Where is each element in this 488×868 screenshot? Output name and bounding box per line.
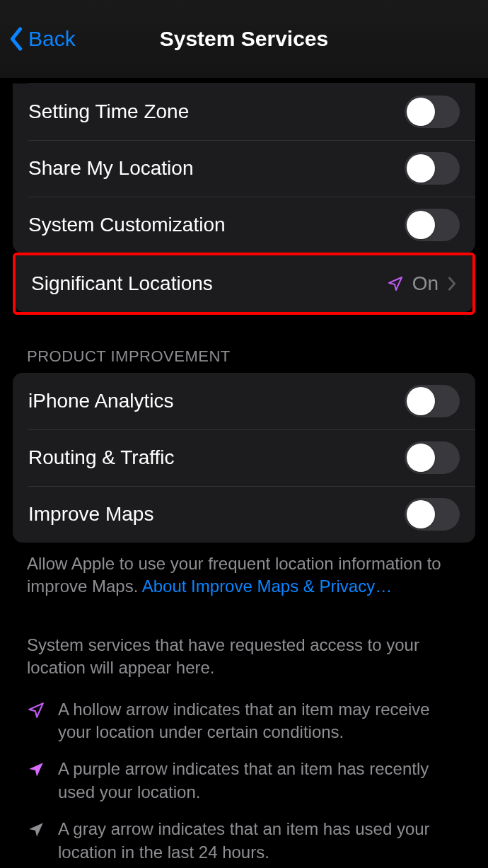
highlight-frame: Significant Locations On	[13, 253, 475, 315]
settings-group-main: Setting Time Zone Share My Location Syst…	[13, 83, 475, 253]
legend-row-purple: A purple arrow indicates that an item ha…	[27, 758, 461, 804]
toggle-improve-maps[interactable]	[405, 498, 460, 531]
content-scroll[interactable]: Setting Time Zone Share My Location Syst…	[0, 83, 488, 868]
toggle-knob	[407, 98, 435, 126]
row-label: Routing & Traffic	[28, 446, 405, 469]
chevron-right-icon	[447, 276, 457, 291]
toggle-knob	[407, 154, 435, 183]
toggle-knob	[407, 387, 435, 415]
legend: A hollow arrow indicates that an item ma…	[0, 680, 488, 864]
back-label: Back	[28, 27, 76, 51]
legend-text: A hollow arrow indicates that an item ma…	[58, 698, 461, 744]
toggle-share-location[interactable]	[405, 152, 460, 185]
row-iphone-analytics[interactable]: iPhone Analytics	[13, 373, 475, 429]
navigation-bar: Back System Services	[0, 0, 488, 78]
toggle-iphone-analytics[interactable]	[405, 385, 460, 417]
location-arrow-filled-icon	[27, 760, 45, 779]
legend-row-hollow: A hollow arrow indicates that an item ma…	[27, 698, 461, 744]
legend-row-gray: A gray arrow indicates that an item has …	[27, 818, 461, 864]
toggle-system-customization[interactable]	[405, 209, 460, 241]
row-label: Improve Maps	[28, 503, 405, 526]
footer-text: Allow Apple to use your frequent locatio…	[0, 543, 488, 598]
page-title: System Services	[160, 27, 329, 51]
legend-text: A purple arrow indicates that an item ha…	[58, 758, 461, 804]
row-setting-time-zone[interactable]: Setting Time Zone	[13, 83, 475, 140]
toggle-routing-traffic[interactable]	[405, 441, 460, 474]
toggle-knob	[407, 211, 435, 239]
row-value: On	[412, 272, 438, 295]
section-header-product-improvement: PRODUCT IMPROVEMENT	[0, 316, 488, 373]
toggle-knob	[407, 500, 435, 528]
settings-group-product-improvement: iPhone Analytics Routing & Traffic Impro…	[13, 373, 475, 543]
row-share-my-location[interactable]: Share My Location	[13, 140, 475, 197]
location-arrow-hollow-icon	[27, 701, 45, 719]
chevron-left-icon	[8, 27, 24, 51]
toggle-knob	[407, 444, 435, 472]
row-label: System Customization	[28, 214, 405, 236]
row-system-customization[interactable]: System Customization	[13, 197, 475, 253]
row-label: iPhone Analytics	[28, 390, 405, 412]
location-arrow-gray-icon	[27, 821, 45, 839]
back-button[interactable]: Back	[8, 27, 76, 51]
row-label: Significant Locations	[31, 272, 387, 295]
row-significant-locations[interactable]: Significant Locations On	[16, 255, 472, 312]
toggle-time-zone[interactable]	[405, 96, 460, 128]
legend-text: A gray arrow indicates that an item has …	[58, 818, 461, 864]
location-arrow-hollow-icon	[387, 275, 404, 292]
row-improve-maps[interactable]: Improve Maps	[13, 486, 475, 543]
row-routing-traffic[interactable]: Routing & Traffic	[13, 429, 475, 486]
row-label: Setting Time Zone	[28, 100, 405, 123]
row-label: Share My Location	[28, 157, 405, 180]
info-text: System services that have requested acce…	[0, 598, 488, 680]
row-accessory: On	[387, 272, 457, 295]
link-improve-maps-privacy[interactable]: About Improve Maps & Privacy…	[142, 577, 392, 596]
